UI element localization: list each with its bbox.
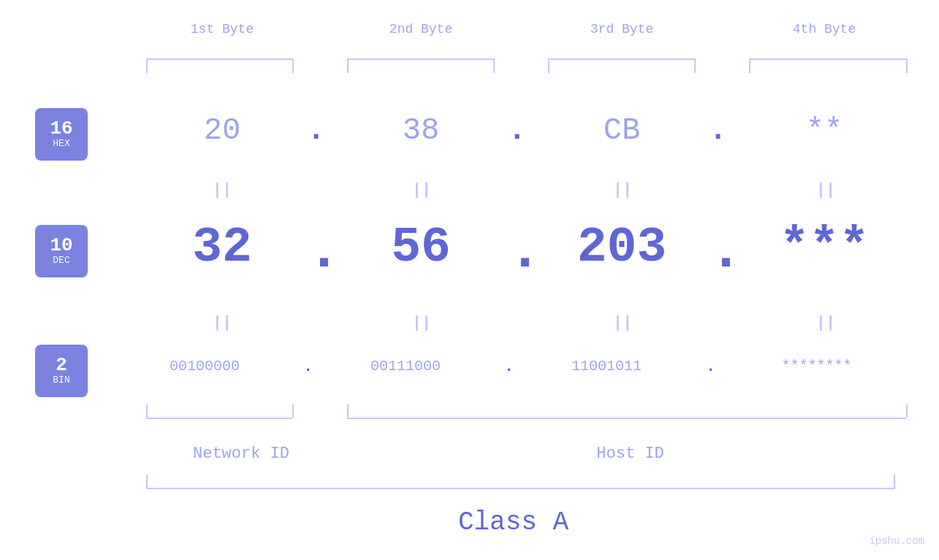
dot-dec-1: . — [307, 219, 341, 283]
equals-hd-1: || — [208, 181, 237, 199]
badge-hex-label: HEX — [53, 138, 69, 150]
dot-bin-3: . — [706, 358, 715, 376]
bracket-vert-bot-host-left — [347, 404, 349, 418]
bin-value-3: 11001011 — [519, 358, 694, 375]
host-id-label: Host ID — [347, 445, 913, 463]
bracket-class-vert-right — [894, 475, 895, 488]
badge-dec: 10 DEC — [35, 225, 88, 277]
bracket-vert-col1-left — [146, 58, 148, 73]
hex-value-3: CB — [549, 113, 695, 148]
equals-db-4: || — [811, 314, 840, 332]
bracket-top-col1 — [146, 58, 292, 60]
bracket-top-col2 — [347, 58, 493, 60]
bracket-vert-col4-left — [749, 58, 750, 73]
badge-bin-num: 2 — [56, 356, 67, 375]
bin-value-1: 00100000 — [117, 358, 292, 375]
bracket-vert-col1-right — [292, 58, 294, 73]
network-id-label: Network ID — [132, 445, 351, 463]
class-label: Class A — [132, 507, 895, 537]
hex-value-2: 38 — [348, 113, 494, 148]
equals-db-3: || — [608, 314, 637, 332]
badge-hex-num: 16 — [50, 119, 72, 138]
badge-bin-label: BIN — [53, 375, 69, 386]
col-header-2: 2nd Byte — [348, 22, 494, 37]
bracket-vert-bot-col1-right — [292, 404, 294, 418]
col-header-1: 1st Byte — [149, 22, 295, 37]
dot-bin-2: . — [504, 358, 514, 376]
dec-value-3: 203 — [549, 219, 695, 275]
dot-hex-2: . — [508, 113, 526, 148]
bracket-vert-col3-left — [548, 58, 550, 73]
badge-bin: 2 BIN — [35, 345, 88, 397]
equals-hd-3: || — [608, 181, 637, 199]
hex-value-1: 20 — [149, 113, 295, 148]
bracket-vert-col4-right — [906, 58, 908, 73]
bracket-vert-col2-right — [493, 58, 495, 73]
bracket-bot-network-col1 — [146, 418, 292, 419]
bin-value-4: ******** — [720, 358, 913, 375]
dot-hex-3: . — [709, 113, 727, 148]
dot-dec-3: . — [709, 219, 743, 283]
main-container: 1st Byte 2nd Byte 3rd Byte 4th Byte 16 H… — [0, 0, 939, 560]
dec-value-4: *** — [751, 219, 897, 275]
equals-hd-4: || — [811, 181, 840, 199]
bracket-vert-bot-col1-left — [146, 404, 148, 418]
bracket-class-line — [146, 488, 895, 489]
bracket-vert-col2-left — [347, 58, 349, 73]
bracket-class-vert-left — [146, 475, 148, 488]
bracket-vert-col3-right — [694, 58, 696, 73]
hex-value-4: ** — [751, 113, 897, 148]
bracket-bot-host — [347, 418, 906, 419]
equals-db-2: || — [407, 314, 436, 332]
equals-hd-2: || — [407, 181, 436, 199]
dec-value-1: 32 — [149, 219, 295, 275]
dec-value-2: 56 — [348, 219, 494, 275]
badge-dec-label: DEC — [53, 255, 69, 266]
col-header-4: 4th Byte — [751, 22, 897, 37]
dot-hex-1: . — [307, 113, 325, 148]
bracket-vert-bot-host-right — [906, 404, 908, 418]
bracket-top-col3 — [548, 58, 694, 60]
dot-dec-2: . — [508, 219, 542, 283]
bin-value-2: 00111000 — [318, 358, 493, 375]
badge-dec-num: 10 — [50, 236, 72, 255]
dot-bin-1: . — [303, 358, 313, 376]
watermark: ipshu.com — [869, 535, 924, 547]
equals-db-1: || — [208, 314, 237, 332]
col-header-3: 3rd Byte — [549, 22, 695, 37]
badge-hex: 16 HEX — [35, 108, 88, 161]
bracket-top-col4 — [749, 58, 906, 60]
